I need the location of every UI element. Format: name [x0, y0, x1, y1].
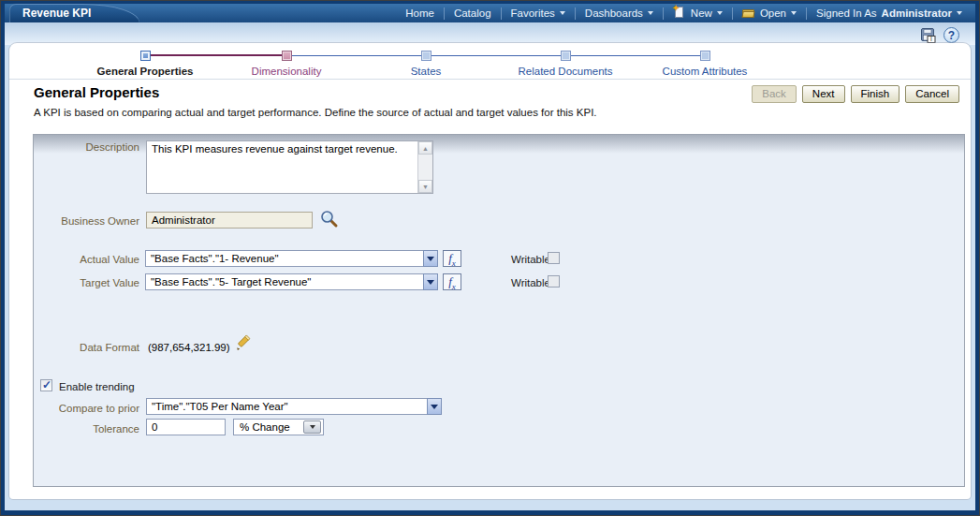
step-marker-icon — [140, 51, 151, 61]
textarea-scrollbar[interactable]: ▲ ▼ — [417, 141, 432, 193]
nav-home[interactable]: Home — [396, 7, 444, 19]
description-value: This KPI measures revenue against target… — [147, 141, 417, 193]
application-window: Revenue KPI Home Catalog Favorites Dashb… — [0, 0, 980, 516]
step-marker-icon — [282, 51, 292, 61]
wizard-step-general-properties: General Properties — [75, 51, 215, 77]
actual-value-formula-icon[interactable]: fx — [443, 250, 461, 267]
content-panel: General Properties Dimensionality States… — [9, 43, 971, 499]
toolbar-icons: I ? — [920, 27, 960, 44]
actual-value-field[interactable]: "Base Facts"."1- Revenue" — [145, 250, 423, 267]
tolerance-unit-select[interactable]: % Change — [233, 419, 324, 435]
target-value-label: Target Value — [34, 277, 139, 288]
tolerance-label: Tolerance — [34, 423, 139, 435]
nav-dashboards[interactable]: Dashboards — [576, 7, 663, 19]
signed-in-menu[interactable]: Signed In As Administrator — [807, 7, 972, 19]
chevron-down-icon — [648, 11, 653, 15]
cancel-button[interactable]: Cancel — [905, 85, 959, 103]
page-title: General Properties — [34, 84, 159, 100]
data-format-value: (987,654,321.99) — [148, 342, 230, 353]
scroll-up-icon[interactable]: ▲ — [418, 141, 432, 155]
save-icon[interactable]: I — [920, 27, 937, 44]
chevron-down-icon — [957, 11, 962, 15]
global-nav: Home Catalog Favorites Dashboards ✦ New … — [396, 4, 972, 22]
page-help-text: A KPI is based on comparing actual and t… — [34, 107, 597, 118]
actual-value-label: Actual Value — [34, 254, 139, 265]
enable-trending-checkbox[interactable] — [40, 379, 52, 391]
nav-favorites[interactable]: Favorites — [502, 7, 575, 19]
back-button[interactable]: Back — [752, 85, 797, 103]
tolerance-input[interactable]: 0 — [146, 419, 226, 435]
dropdown-arrow-icon[interactable] — [427, 398, 442, 415]
general-properties-form: Description This KPI measures revenue ag… — [33, 134, 965, 487]
dropdown-arrow-icon — [303, 420, 321, 434]
wizard-buttons: Back Next Finish Cancel — [752, 85, 959, 103]
wizard-step-custom-attributes[interactable]: Custom Attributes — [635, 51, 775, 77]
target-value-field[interactable]: "Base Facts"."5- Target Revenue" — [145, 273, 423, 290]
section-header: General Properties A KPI is based on com… — [9, 81, 971, 134]
kpi-title-tab: Revenue KPI — [9, 4, 139, 22]
business-owner-label: Business Owner — [34, 215, 139, 227]
wizard-step-related-documents[interactable]: Related Documents — [495, 51, 636, 77]
toolbar-strip — [5, 22, 975, 45]
step-marker-icon — [700, 51, 710, 61]
open-folder-icon — [742, 7, 755, 20]
dropdown-arrow-icon[interactable] — [423, 273, 438, 290]
business-owner-field[interactable]: Administrator — [146, 212, 313, 229]
top-bar: Revenue KPI Home Catalog Favorites Dashb… — [5, 4, 975, 22]
nav-open[interactable]: Open — [733, 7, 806, 20]
actual-writable-label: Writable — [511, 254, 550, 265]
target-value-formula-icon[interactable]: fx — [443, 273, 461, 290]
wizard-step-states[interactable]: States — [356, 51, 496, 77]
chevron-down-icon — [791, 11, 797, 15]
edit-pencil-icon[interactable] — [233, 333, 254, 354]
wizard-train: General Properties Dimensionality States… — [9, 43, 971, 80]
chevron-down-icon — [560, 11, 565, 15]
description-textarea[interactable]: This KPI measures revenue against target… — [146, 140, 433, 194]
chevron-down-icon — [717, 11, 723, 15]
signed-in-user: Administrator — [882, 7, 952, 19]
next-button[interactable]: Next — [802, 85, 845, 103]
compare-to-prior-label: Compare to prior — [34, 403, 139, 414]
page-background: Revenue KPI Home Catalog Favorites Dashb… — [5, 4, 975, 510]
target-writable-label: Writable — [511, 277, 550, 288]
step-marker-icon — [421, 51, 431, 61]
compare-to-prior-combo[interactable]: "Time"."T05 Per Name Year" — [146, 398, 442, 415]
nav-catalog[interactable]: Catalog — [445, 7, 501, 19]
actual-writable-checkbox[interactable] — [548, 252, 560, 264]
target-writable-checkbox[interactable] — [548, 275, 560, 287]
description-label: Description — [34, 141, 139, 153]
scroll-down-icon[interactable]: ▼ — [418, 180, 432, 193]
compare-to-prior-field[interactable]: "Time"."T05 Per Name Year" — [146, 398, 427, 415]
svg-text:I: I — [930, 36, 932, 42]
help-icon[interactable]: ? — [943, 27, 960, 44]
finish-button[interactable]: Finish — [851, 85, 900, 103]
nav-new[interactable]: ✦ New — [664, 7, 732, 20]
wizard-step-dimensionality[interactable]: Dimensionality — [216, 51, 357, 77]
dropdown-arrow-icon[interactable] — [423, 250, 438, 267]
tolerance-unit-value: % Change — [240, 421, 290, 433]
data-format-label: Data Format — [34, 342, 139, 353]
enable-trending-label: Enable trending — [59, 381, 135, 392]
step-marker-icon — [561, 51, 571, 61]
new-document-icon: ✦ — [673, 7, 686, 20]
actual-value-combo[interactable]: "Base Facts"."1- Revenue" — [145, 250, 438, 267]
search-icon[interactable] — [319, 209, 340, 229]
target-value-combo[interactable]: "Base Facts"."5- Target Revenue" — [145, 273, 438, 290]
signed-in-as-label: Signed In As — [816, 7, 877, 19]
